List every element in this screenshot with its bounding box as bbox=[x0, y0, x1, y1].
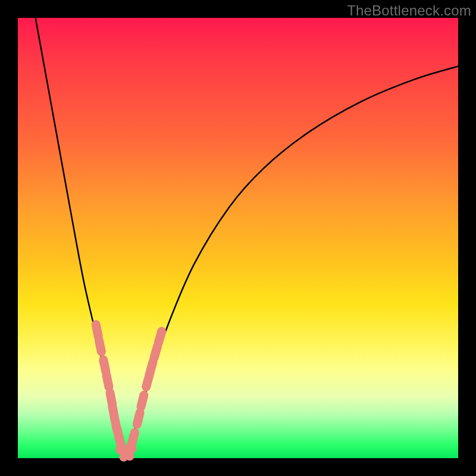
highlight-marker bbox=[104, 360, 106, 372]
chart-frame bbox=[18, 18, 458, 458]
highlight-marker bbox=[150, 362, 153, 374]
highlight-marker bbox=[141, 395, 144, 406]
highlight-marker bbox=[137, 413, 140, 424]
bottleneck-curve bbox=[36, 18, 458, 454]
highlight-marker bbox=[96, 325, 98, 337]
highlight-marker bbox=[158, 331, 161, 343]
highlight-marker bbox=[154, 347, 157, 358]
watermark-text: TheBottleneck.com bbox=[347, 2, 471, 19]
marker-group bbox=[96, 325, 162, 458]
highlight-marker bbox=[131, 433, 134, 444]
curve-group bbox=[36, 18, 458, 454]
chart-svg bbox=[18, 18, 458, 458]
highlight-marker bbox=[107, 375, 109, 387]
highlight-marker bbox=[99, 340, 101, 352]
